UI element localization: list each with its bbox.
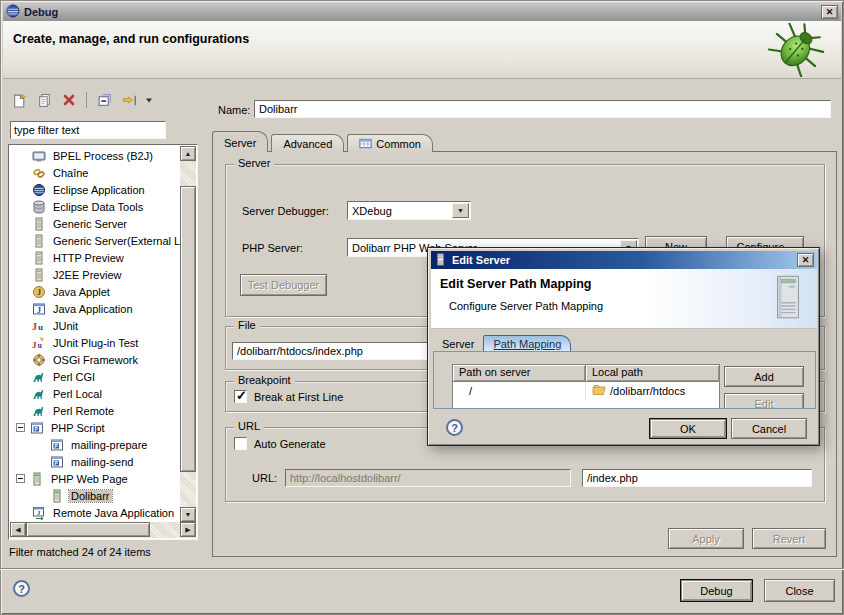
table-row[interactable]: / /dolibarr/htdocs xyxy=(453,382,719,399)
server-debugger-value: XDebug xyxy=(348,205,451,217)
dialog-help-button[interactable] xyxy=(446,419,463,436)
server-debugger-select[interactable]: XDebug xyxy=(347,201,471,220)
osgi-target-icon xyxy=(32,353,47,367)
tree-item[interactable]: Eclipse Application xyxy=(10,181,180,198)
tree-item[interactable]: JuJUnit Plug-in Test xyxy=(10,334,180,351)
file-group-title: File xyxy=(234,319,260,331)
dialog-tab-server[interactable]: Server xyxy=(433,336,483,351)
path-mapping-table: Path on server Local path / /dolibarr/ht… xyxy=(452,364,720,409)
column-header-path-on-server[interactable]: Path on server xyxy=(453,365,586,382)
url-group-title: URL xyxy=(234,420,264,432)
name-input[interactable] xyxy=(254,100,831,118)
filter-input[interactable] xyxy=(10,121,166,139)
tab-advanced[interactable]: Advanced xyxy=(271,134,344,152)
debug-button[interactable]: Debug xyxy=(680,579,753,602)
dialog-tab-path-mapping[interactable]: Path Mapping xyxy=(483,335,571,351)
header-banner: Create, manage, and run configurations xyxy=(3,21,841,79)
cancel-button[interactable]: Cancel xyxy=(731,418,807,439)
tree-horizontal-scrollbar[interactable] xyxy=(10,522,196,538)
tree-item[interactable]: Pmailing-prepare xyxy=(10,436,180,453)
dialog-tabs: Server Path Mapping xyxy=(433,332,816,351)
tab-common[interactable]: Common xyxy=(347,134,433,152)
window-close-button[interactable] xyxy=(821,5,838,19)
svg-text:J: J xyxy=(32,321,37,332)
collapse-expander-icon[interactable] xyxy=(16,423,25,432)
dialog-close-button[interactable] xyxy=(797,253,814,267)
break-first-line-checkbox[interactable] xyxy=(234,390,247,403)
dialog-heading: Edit Server Path Mapping xyxy=(440,277,591,291)
dialog-subheading: Configure Server Path Mapping xyxy=(449,300,603,312)
tree-item[interactable]: JuJUnit xyxy=(10,317,180,334)
tree-item[interactable]: Eclipse Data Tools xyxy=(10,198,180,215)
tree-item-label: JUnit Plug-in Test xyxy=(51,337,140,349)
cell-local-path: /dolibarr/htdocs xyxy=(586,382,719,399)
tree-item[interactable]: J2EE Preview xyxy=(10,266,180,283)
test-debugger-button[interactable]: Test Debugger xyxy=(240,274,327,296)
left-toolbar xyxy=(8,88,155,112)
add-mapping-button[interactable]: Add xyxy=(724,366,804,387)
tree-item[interactable]: JJava Application xyxy=(10,300,180,317)
banner-title: Create, manage, and run configurations xyxy=(13,32,249,46)
tab-server[interactable]: Server xyxy=(212,131,268,152)
tree-item[interactable]: Dolibarr xyxy=(10,487,180,504)
svg-text:u: u xyxy=(38,322,43,332)
tree-item[interactable]: Perl CGI xyxy=(10,368,180,385)
url-path-input[interactable] xyxy=(582,469,812,487)
php-web-icon xyxy=(30,472,45,486)
eclipse-logo-icon xyxy=(6,4,20,20)
tree-item[interactable]: Generic Server xyxy=(10,215,180,232)
folder-icon xyxy=(592,384,606,398)
filter-configs-icon[interactable] xyxy=(118,90,140,110)
tree-item[interactable]: HTTP Preview xyxy=(10,249,180,266)
dialog-titlebar: Edit Server xyxy=(431,251,817,269)
column-header-local-path[interactable]: Local path xyxy=(586,365,719,382)
tree-vertical-scrollbar[interactable] xyxy=(180,146,196,522)
debug-configurations-window: Debug Create, manage, and run configurat… xyxy=(0,0,844,615)
window-title: Debug xyxy=(24,6,58,18)
collapse-all-icon[interactable] xyxy=(93,90,115,110)
auto-generate-checkbox[interactable] xyxy=(234,437,247,450)
tree-item[interactable]: JRemote Java Application xyxy=(10,504,180,521)
delete-config-icon[interactable] xyxy=(58,90,80,110)
scroll-down-icon[interactable] xyxy=(180,507,196,522)
ok-button[interactable]: OK xyxy=(649,418,727,439)
edit-mapping-button[interactable]: Edit xyxy=(724,393,804,409)
close-button[interactable]: Close xyxy=(764,579,835,602)
server-icon xyxy=(32,268,47,282)
scroll-left-icon[interactable] xyxy=(10,522,26,537)
menu-dropdown-icon[interactable] xyxy=(143,90,155,110)
chevron-down-icon[interactable] xyxy=(452,203,469,218)
revert-button[interactable]: Revert xyxy=(752,528,826,549)
tree-item-label: Eclipse Data Tools xyxy=(51,201,145,213)
tree-item-label: mailing-send xyxy=(69,456,135,468)
help-button[interactable] xyxy=(13,580,30,597)
duplicate-config-icon[interactable] xyxy=(33,90,55,110)
apply-button[interactable]: Apply xyxy=(668,528,744,549)
tree-item[interactable]: PPHP Script xyxy=(10,419,180,436)
toolbar-separator xyxy=(86,92,87,108)
tree-item[interactable]: JJava Applet xyxy=(10,283,180,300)
tree-item[interactable]: OSGi Framework xyxy=(10,351,180,368)
tree-item[interactable]: Perl Local xyxy=(10,385,180,402)
tree-item-label: Eclipse Application xyxy=(51,184,147,196)
tree-item[interactable]: PHP Web Page xyxy=(10,470,180,487)
footer-separator xyxy=(0,568,844,570)
perl-camel-icon xyxy=(32,404,47,418)
tree-item[interactable]: Perl Remote xyxy=(10,402,180,419)
tree-item[interactable]: BPEL Process (B2J) xyxy=(10,147,180,164)
collapse-expander-icon[interactable] xyxy=(16,474,25,483)
new-config-icon[interactable] xyxy=(8,90,30,110)
php-web-icon xyxy=(50,489,65,503)
tree-item[interactable]: Pmailing-send xyxy=(10,453,180,470)
scroll-right-icon[interactable] xyxy=(180,522,196,537)
dialog-tab-server-label: Server xyxy=(442,338,474,350)
tree-item[interactable]: Chaîne xyxy=(10,164,180,181)
scroll-up-icon[interactable] xyxy=(180,146,196,161)
horizontal-scroll-thumb[interactable] xyxy=(26,522,150,537)
vertical-scroll-thumb[interactable] xyxy=(180,186,196,472)
tree-item[interactable]: Generic Server(External La xyxy=(10,232,180,249)
config-tree: BPEL Process (B2J)ChaîneEclipse Applicat… xyxy=(8,144,198,540)
server-group-title: Server xyxy=(234,157,274,169)
dialog-tab-path-mapping-label: Path Mapping xyxy=(493,338,561,350)
server-icon xyxy=(32,251,47,265)
